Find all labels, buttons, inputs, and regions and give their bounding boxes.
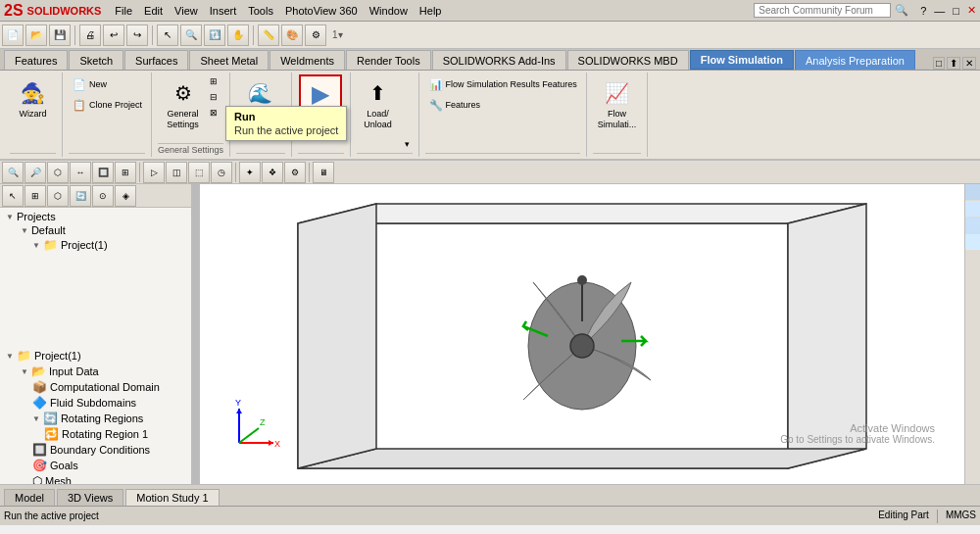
search-input[interactable] [754, 3, 891, 18]
tab-render-tools[interactable]: Render Tools [346, 50, 431, 70]
tab-sw-addins[interactable]: SOLIDWORKS Add-Ins [432, 50, 566, 70]
select-btn[interactable]: ↖ [157, 24, 178, 46]
sim-tree-project1[interactable]: ▼ 📁 Project(1) [2, 348, 193, 364]
load-arrow[interactable]: ▾ [402, 137, 413, 151]
mesh-icon: ⬡ [32, 474, 42, 484]
sim-boundary[interactable]: 🔲 Boundary Conditions [2, 442, 193, 458]
ribbon-minimize-icon[interactable]: □ [933, 57, 945, 70]
tree-projects[interactable]: ▼ Projects [2, 210, 193, 223]
features-button[interactable]: 🔧 Features [425, 95, 484, 115]
load-unload-button[interactable]: ⬆ Load/Unload [357, 74, 400, 133]
tab-flow-simulation[interactable]: Flow Simulation [690, 50, 794, 70]
mesh-label: Mesh [45, 475, 72, 484]
measure-btn[interactable]: 📏 [258, 24, 279, 46]
clone-button[interactable]: 📋 Clone Project [69, 95, 145, 115]
tab-sw-mbd[interactable]: SOLIDWORKS MBD [567, 50, 689, 70]
menu-edit[interactable]: Edit [138, 3, 169, 19]
menu-file[interactable]: File [109, 3, 138, 19]
tab-sheet-metal[interactable]: Sheet Metal [189, 50, 269, 70]
sim-rotating1[interactable]: 🔁 Rotating Region 1 [2, 426, 193, 442]
sim-btn-14[interactable]: 🖥 [313, 162, 334, 183]
left-resize-handle[interactable] [191, 184, 195, 484]
menu-insert[interactable]: Insert [204, 3, 243, 19]
close-btn[interactable]: ✕ [967, 4, 976, 17]
lp-btn-6[interactable]: ◈ [115, 185, 136, 207]
small-btn-3[interactable]: ⊠ [207, 106, 220, 120]
tab-features[interactable]: Features [4, 50, 68, 70]
pan-btn[interactable]: ✋ [227, 24, 249, 46]
options-btn[interactable]: ⚙ [305, 24, 326, 46]
general-settings-label: GeneralSettings [167, 109, 199, 130]
sim-btn-6[interactable]: ⊞ [115, 162, 136, 183]
tab-analysis-preparation[interactable]: Analysis Preparation [795, 50, 915, 70]
sim-btn-4[interactable]: ↔ [70, 162, 91, 183]
tab-surfaces[interactable]: Surfaces [124, 50, 188, 70]
tab-3d-views[interactable]: 3D Views [57, 489, 123, 506]
tab-weldments[interactable]: Weldments [270, 50, 345, 70]
new-btn[interactable]: 📄 [2, 24, 24, 46]
search-icon[interactable]: 🔍 [895, 4, 908, 17]
print-btn[interactable]: 🖨 [79, 24, 101, 46]
maximize-btn[interactable]: □ [953, 5, 959, 17]
sim-mesh[interactable]: ⬡ Mesh [2, 473, 193, 484]
sim-btn-3[interactable]: ⬡ [47, 162, 69, 183]
redo-btn[interactable]: ↪ [126, 24, 148, 46]
rp-btn-4[interactable] [965, 234, 980, 250]
zoom-btn[interactable]: 🔍 [180, 24, 202, 46]
menu-window[interactable]: Window [364, 3, 414, 19]
wizard-button[interactable]: 🧙 Wizard [12, 74, 55, 122]
tree-default[interactable]: ▼ Default [2, 223, 193, 237]
rotating1-label: Rotating Region 1 [62, 428, 148, 440]
small-btn-2[interactable]: ⊟ [207, 90, 220, 104]
sim-btn-2[interactable]: 🔎 [24, 162, 46, 183]
lp-btn-4[interactable]: 🔄 [70, 185, 91, 207]
general-settings-button[interactable]: ⚙ GeneralSettings [162, 74, 205, 133]
menu-photoview[interactable]: PhotoView 360 [279, 3, 364, 19]
small-btn-1[interactable]: ⊞ [207, 74, 220, 88]
ribbon-close-icon[interactable]: ✕ [962, 57, 976, 70]
tab-sketch[interactable]: Sketch [69, 50, 123, 70]
sim-btn-11[interactable]: ✦ [239, 162, 261, 183]
save-btn[interactable]: 💾 [49, 24, 71, 46]
ribbon-restore-icon[interactable]: ⬆ [947, 57, 960, 70]
sim-btn-5[interactable]: 🔲 [92, 162, 114, 183]
tab-motion-study[interactable]: Motion Study 1 [125, 489, 219, 506]
sim-comp-domain[interactable]: 📦 Computational Domain [2, 379, 193, 395]
viewport[interactable]: X Y Z Activate Windows Go to Settings to… [200, 184, 964, 484]
lp-btn-3[interactable]: ⬡ [47, 185, 69, 207]
sim-goals[interactable]: 🎯 Goals [2, 458, 193, 473]
coordinate-axes: X Y Z [229, 394, 288, 455]
sim-btn-12[interactable]: ❖ [262, 162, 283, 183]
sim-btn-1[interactable]: 🔍 [2, 162, 24, 183]
sim-btn-10[interactable]: ◷ [211, 162, 232, 183]
lp-btn-1[interactable]: ↖ [2, 185, 24, 207]
results-button[interactable]: 📊 Flow Simulation Results Features [425, 74, 580, 94]
lp-btn-5[interactable]: ⊙ [92, 185, 114, 207]
new-button[interactable]: 📄 New [69, 74, 110, 94]
lp-btn-2[interactable]: ⊞ [24, 185, 46, 207]
load-icon: ⬆ [363, 77, 394, 109]
flow-simulation2-button[interactable]: 📈 FlowSimulati... [593, 74, 642, 133]
tree-project1[interactable]: ▼ 📁 Project(1) [2, 237, 193, 253]
sim-rotating[interactable]: ▼ 🔄 Rotating Regions [2, 411, 193, 426]
menu-view[interactable]: View [169, 3, 204, 19]
rotate-btn[interactable]: 🔃 [204, 24, 225, 46]
help-btn[interactable]: ? [920, 5, 926, 17]
tab-model[interactable]: Model [4, 489, 55, 506]
rp-btn-3[interactable] [965, 218, 980, 233]
sim-btn-7[interactable]: ▷ [143, 162, 165, 183]
appearance-btn[interactable]: 🎨 [281, 24, 303, 46]
menu-tools[interactable]: Tools [242, 3, 279, 19]
sim-btn-9[interactable]: ⬚ [188, 162, 210, 183]
open-btn[interactable]: 📂 [25, 24, 47, 46]
sim-btn-13[interactable]: ⚙ [284, 162, 306, 183]
sim-fluid-sub[interactable]: 🔷 Fluid Subdomains [2, 395, 193, 411]
rotating1-icon: 🔁 [44, 427, 59, 441]
menu-help[interactable]: Help [414, 3, 448, 19]
rp-btn-1[interactable] [965, 184, 980, 200]
minimize-btn[interactable]: — [934, 5, 945, 17]
sim-input-data[interactable]: ▼ 📂 Input Data [2, 364, 193, 379]
rp-btn-2[interactable] [965, 201, 980, 217]
undo-btn[interactable]: ↩ [103, 24, 124, 46]
sim-btn-8[interactable]: ◫ [166, 162, 187, 183]
